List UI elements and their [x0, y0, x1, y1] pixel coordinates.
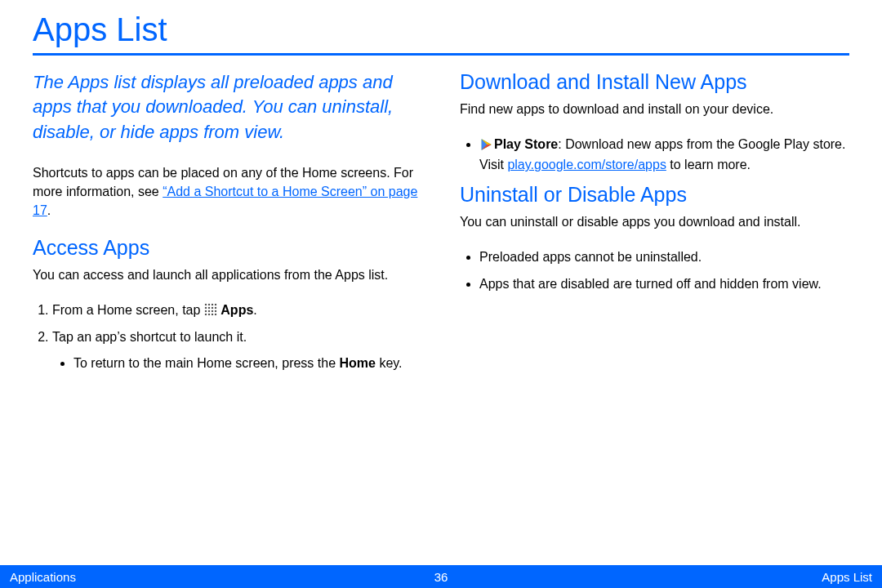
footer-page-number: 36 — [434, 570, 448, 584]
document-page: Apps List The Apps list displays all pre… — [0, 0, 882, 588]
access-apps-steps: From a Home screen, tap Apps. Tap an app… — [33, 301, 422, 373]
shortcuts-paragraph: Shortcuts to apps can be placed on any o… — [33, 164, 422, 220]
uninstall-disable-body: You can uninstall or disable apps you do… — [460, 213, 849, 232]
access-apps-body: You can access and launch all applicatio… — [33, 266, 422, 285]
step-1: From a Home screen, tap Apps. — [52, 301, 422, 320]
uninstall-bullet-2: Apps that are disabled are turned off an… — [479, 275, 849, 294]
play-store-label: Play Store — [494, 137, 558, 151]
title-rule — [33, 53, 849, 56]
download-install-body: Find new apps to download and install on… — [460, 100, 849, 119]
content-columns: The Apps list displays all preloaded app… — [33, 70, 849, 381]
step-2-sub-bold: Home — [339, 356, 375, 370]
heading-download-install: Download and Install New Apps — [460, 70, 849, 94]
play-store-link[interactable]: play.google.com/store/apps — [507, 158, 666, 172]
uninstall-bullets: Preloaded apps cannot be uninstalled. Ap… — [460, 248, 849, 293]
heading-access-apps: Access Apps — [33, 236, 422, 260]
step-2-text: Tap an app’s shortcut to launch it. — [52, 330, 247, 344]
step-2: Tap an app’s shortcut to launch it. To r… — [52, 328, 422, 373]
footer-left: Applications — [10, 570, 76, 584]
page-footer: Applications 36 Apps List — [0, 565, 882, 588]
step-2-sub-item: To return to the main Home screen, press… — [74, 354, 422, 373]
step-2-sub-post: key. — [376, 356, 403, 370]
uninstall-bullet-1: Preloaded apps cannot be uninstalled. — [479, 248, 849, 267]
apps-grid-icon — [204, 303, 217, 316]
step-1-post: . — [253, 303, 256, 317]
page-title: Apps List — [33, 11, 849, 53]
play-store-item: Play Store: Download new apps from the G… — [479, 136, 849, 175]
play-store-icon — [479, 138, 492, 157]
step-2-sub: To return to the main Home screen, press… — [52, 354, 422, 373]
step-1-bold: Apps — [220, 303, 253, 317]
shortcuts-text-post: . — [47, 203, 51, 217]
left-column: The Apps list displays all preloaded app… — [33, 70, 422, 381]
intro-paragraph: The Apps list displays all preloaded app… — [33, 70, 422, 145]
play-store-post: to learn more. — [666, 158, 751, 172]
right-column: Download and Install New Apps Find new a… — [460, 70, 849, 381]
footer-right: Apps List — [822, 570, 872, 584]
step-1-pre: From a Home screen, tap — [52, 303, 204, 317]
step-2-sub-pre: To return to the main Home screen, press… — [74, 356, 339, 370]
download-bullets: Play Store: Download new apps from the G… — [460, 136, 849, 175]
heading-uninstall-disable: Uninstall or Disable Apps — [460, 183, 849, 207]
